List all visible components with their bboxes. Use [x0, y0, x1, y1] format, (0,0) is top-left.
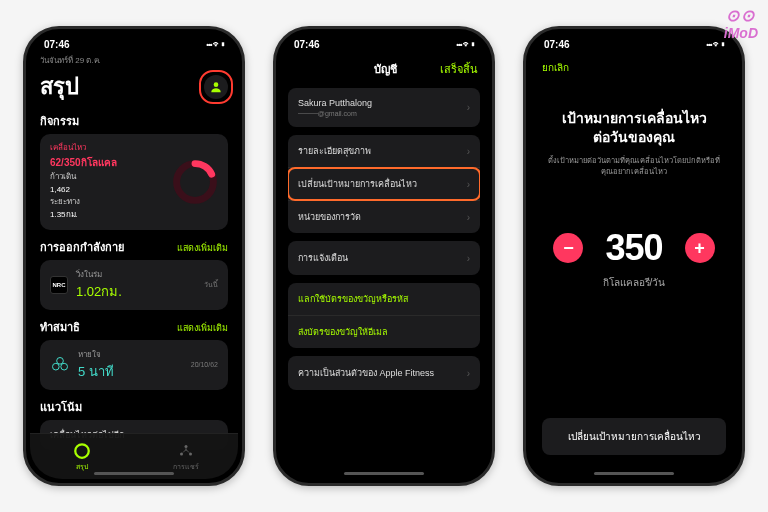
- status-indicators: ••• ᯤ ▮: [206, 40, 224, 49]
- chevron-right-icon: ›: [467, 212, 470, 223]
- notch: [339, 29, 429, 47]
- workouts-label: การออกกำลังกาย: [40, 238, 124, 256]
- move-value: 62/350กิโลแคล: [50, 155, 117, 171]
- decrease-button[interactable]: −: [553, 233, 583, 263]
- page-title: สรุป: [40, 69, 79, 104]
- workout-date: วันนี้: [204, 279, 218, 290]
- row-send-gift[interactable]: ส่งบัตรของขวัญให้อีเมล: [288, 316, 480, 348]
- phone-account: 07:46 ••• ᯤ ▮ บัญชี เสร็จสิ้น Sakura Put…: [273, 26, 495, 486]
- date-label: วันจันทร์ที่ 29 ต.ค.: [40, 54, 228, 67]
- mindfulness-label: ทำสมาธิ: [40, 318, 80, 336]
- steps-value: 1,462: [50, 184, 117, 197]
- svg-point-8: [180, 452, 183, 455]
- eyes-icon: ⊙⊙: [726, 6, 756, 25]
- notch: [89, 29, 179, 47]
- phone-summary: 07:46 ••• ᯤ ▮ วันจันทร์ที่ 29 ต.ค. สรุป …: [23, 26, 245, 486]
- svg-point-9: [189, 452, 192, 455]
- workout-value: 1.02กม.: [76, 281, 122, 302]
- breathe-date: 20/10/62: [191, 361, 218, 368]
- breathe-card[interactable]: หายใจ 5 นาที 20/10/62: [40, 340, 228, 390]
- goal-unit: กิโลแคลอรี/วัน: [603, 275, 666, 290]
- home-indicator[interactable]: [344, 472, 424, 475]
- distance-value: 1.35กม.: [50, 209, 117, 222]
- activity-ring-icon: [172, 159, 218, 205]
- profile-cell[interactable]: Sakura Putthalong ────@gmail.com ›: [288, 88, 480, 127]
- highlight-annotation: [199, 70, 233, 104]
- chevron-right-icon: ›: [467, 179, 470, 190]
- increase-button[interactable]: +: [685, 233, 715, 263]
- breathe-value: 5 นาที: [78, 361, 114, 382]
- phone-move-goal: 07:46 ••• ᯤ ▮ ยกเลิก เป้าหมายการเคลื่อนไ…: [523, 26, 745, 486]
- row-privacy[interactable]: ความเป็นส่วนตัวของ Apple Fitness›: [288, 356, 480, 390]
- watermark: ⊙⊙ iMoD: [724, 6, 758, 41]
- activity-card[interactable]: เคลื่อนไหว 62/350กิโลแคล ก้าวเดิน 1,462 …: [40, 134, 228, 230]
- profile-email: ────@gmail.com: [298, 110, 372, 117]
- row-units[interactable]: หน่วยของการวัด›: [288, 201, 480, 233]
- notch: [589, 29, 679, 47]
- change-move-goal-button[interactable]: เปลี่ยนเป้าหมายการเคลื่อนไหว: [542, 418, 726, 455]
- activity-section-label: กิจกรรม: [40, 112, 228, 130]
- svg-point-6: [75, 444, 89, 458]
- home-indicator[interactable]: [94, 472, 174, 475]
- breathe-icon: [50, 355, 70, 375]
- rings-icon: [73, 442, 91, 460]
- nrc-icon: NRC: [50, 276, 68, 294]
- done-button[interactable]: เสร็จสิ้น: [440, 60, 478, 78]
- chevron-right-icon: ›: [467, 253, 470, 264]
- chevron-right-icon: ›: [467, 146, 470, 157]
- cancel-button[interactable]: ยกเลิก: [530, 52, 738, 83]
- chevron-right-icon: ›: [467, 368, 470, 379]
- breathe-name: หายใจ: [78, 348, 114, 361]
- share-icon: [177, 442, 195, 460]
- goal-value: 350: [605, 227, 662, 269]
- row-change-move-goal[interactable]: เปลี่ยนเป้าหมายการเคลื่อนไหว›: [288, 168, 480, 201]
- status-time: 07:46: [44, 39, 70, 50]
- row-health-details[interactable]: รายละเอียดสุขภาพ›: [288, 135, 480, 168]
- workout-card[interactable]: NRC วิ่งในร่ม 1.02กม. วันนี้: [40, 260, 228, 310]
- nav-title: บัญชี: [374, 60, 397, 78]
- workouts-see-more[interactable]: แสดงเพิ่มเติม: [177, 241, 228, 255]
- home-indicator[interactable]: [594, 472, 674, 475]
- goal-subtitle: ตั้งเป้าหมายต่อวันตามที่คุณเคลื่อนไหวโดย…: [548, 155, 720, 178]
- svg-point-7: [185, 445, 188, 448]
- mind-see-more[interactable]: แสดงเพิ่มเติม: [177, 321, 228, 335]
- row-notifications[interactable]: การแจ้งเตือน›: [288, 241, 480, 275]
- svg-point-4: [53, 363, 60, 370]
- row-redeem[interactable]: แลกใช้บัตรของขวัญหรือรหัส: [288, 283, 480, 316]
- move-label: เคลื่อนไหว: [50, 142, 117, 155]
- svg-point-5: [61, 363, 68, 370]
- trends-label: แนวโน้ม: [40, 398, 228, 416]
- goal-stepper: − 350 +: [553, 227, 714, 269]
- svg-point-3: [57, 357, 64, 364]
- profile-button[interactable]: [204, 75, 228, 99]
- workout-name: วิ่งในร่ม: [76, 268, 122, 281]
- profile-name: Sakura Putthalong: [298, 98, 372, 108]
- goal-title: เป้าหมายการเคลื่อนไหว ต่อวันของคุณ: [562, 109, 707, 147]
- chevron-right-icon: ›: [467, 102, 470, 113]
